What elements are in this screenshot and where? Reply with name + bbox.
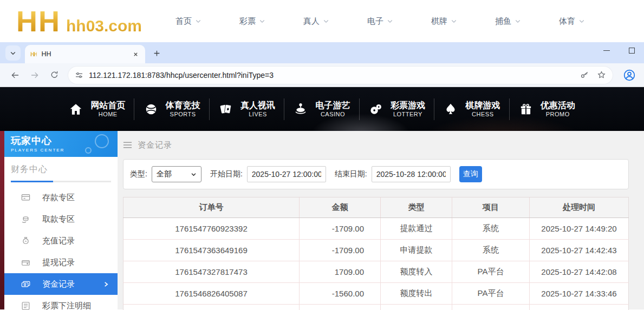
type-select-value: 全部 (157, 169, 172, 179)
column-process-time: 处理时间 (530, 197, 629, 218)
game-nav-chess[interactable]: 棋牌游戏 CHESS (434, 95, 509, 123)
plus-icon (153, 50, 160, 57)
site-nav-live[interactable]: 真人 (303, 11, 329, 32)
site-nav-chess[interactable]: 棋牌 (431, 11, 457, 32)
sidebar-item-bet-details[interactable]: 彩票下注明细 (4, 295, 118, 310)
game-nav-label-en: CHESS (472, 111, 493, 118)
minimize-icon (603, 50, 610, 51)
game-nav-promo[interactable]: 优惠活动 PROMO (510, 95, 584, 123)
game-nav-label-zh: 体育竞技 (166, 100, 200, 111)
column-order-no: 订单号 (123, 197, 300, 218)
chevron-down-icon (387, 18, 393, 24)
cell-order-no: 1761547760923392 (123, 218, 300, 240)
address-bar[interactable]: 112.121.172.181:8783/hhcp/usercenter.htm… (68, 67, 613, 84)
game-nav-sports[interactable]: 体育竞技 SPORTS (134, 95, 209, 123)
site-header: HH hh03.com 首页 彩票 真人 电子 棋牌 (0, 0, 644, 42)
sidebar: 玩家中心 PLAYERS CENTER 财务中心 存款专区 取款专区 (4, 131, 118, 309)
password-key-icon[interactable] (580, 70, 589, 80)
gift-icon (519, 102, 533, 116)
tab-favicon: HH (30, 51, 37, 57)
back-arrow-icon (10, 70, 20, 80)
tab-close-icon[interactable] (131, 50, 140, 58)
new-tab-button[interactable] (149, 46, 164, 60)
start-date-input[interactable] (247, 166, 326, 182)
forward-button[interactable] (27, 67, 43, 83)
game-nav-home[interactable]: 网站首页 HOME (60, 95, 134, 123)
game-nav-label-zh: 优惠活动 (541, 100, 575, 111)
maximize-icon (629, 48, 635, 54)
page-title: 资金记录 (138, 140, 172, 150)
sidebar-item-cashout-record[interactable]: 提现记录 (4, 252, 118, 273)
funds-table: 订单号 金额 类型 项目 处理时间 1761547760923392 -1709… (123, 197, 629, 310)
sidebar-item-label: 资金记录 (42, 279, 75, 289)
sidebar-item-funds-record[interactable]: 资金记录 (4, 273, 118, 295)
site-nav-sports[interactable]: 体育 (559, 11, 585, 32)
back-button[interactable] (7, 67, 23, 83)
minimize-button[interactable] (594, 42, 619, 58)
maximize-button[interactable] (619, 42, 644, 58)
site-info-icon[interactable] (75, 71, 83, 80)
end-date-input[interactable] (372, 166, 451, 182)
game-nav-label-en: HOME (99, 111, 118, 118)
game-nav-label-zh: 网站首页 (90, 100, 125, 111)
game-nav-label-en: CASINO (321, 111, 345, 118)
game-nav-lives[interactable]: 真人视讯 LIVES (210, 95, 284, 123)
chevron-down-icon (259, 18, 265, 24)
game-nav-label-zh: 彩票游戏 (391, 100, 425, 111)
game-nav-lottery[interactable]: 彩票游戏 LOTTERY (360, 95, 434, 123)
game-nav-label-en: LOTTERY (393, 111, 422, 118)
site-nav-fishing[interactable]: 捕鱼 (495, 11, 521, 32)
table-row: 1761547760923392 -1709.00 提款通过 系统 2025-1… (123, 218, 629, 240)
chevron-down-icon (451, 18, 457, 24)
site-nav-slots[interactable]: 电子 (367, 11, 393, 32)
tab-search-button[interactable] (5, 45, 21, 61)
lottery-balls-icon (369, 102, 383, 116)
site-logo[interactable]: HH hh03.com (16, 6, 142, 36)
players-center-header: 玩家中心 PLAYERS CENTER (4, 131, 118, 157)
screen: HH hh03.com 首页 彩票 真人 电子 棋牌 (0, 0, 644, 310)
chevron-down-icon (323, 18, 329, 24)
roulette-icon (294, 102, 308, 116)
chevron-right-icon (103, 281, 109, 287)
column-project: 项目 (452, 197, 530, 218)
logo-text: HH (16, 6, 61, 36)
cell-process-time: 2025-10-27 14:33:46 (530, 283, 629, 305)
cell-amount: -1709.00 (300, 218, 381, 240)
cell-project: PA平台 (452, 261, 530, 283)
logo-domain: hh03.com (66, 17, 142, 35)
playing-cards-icon (219, 102, 233, 116)
sidebar-item-deposit[interactable]: 存款专区 (4, 187, 118, 208)
type-select[interactable]: 全部 (152, 166, 201, 182)
spade-icon (444, 102, 458, 116)
url-text: 112.121.172.181:8783/hhcp/usercenter.htm… (89, 71, 573, 80)
sidebar-item-recharge-record[interactable]: 充值记录 (4, 230, 118, 252)
table-row-partial (123, 305, 629, 310)
end-date-label: 结束日期: (335, 169, 367, 179)
column-type: 类型 (381, 197, 452, 218)
home-icon (69, 102, 83, 116)
cell-type: 额度转入 (381, 261, 452, 283)
sidebar-item-label: 存款专区 (42, 193, 75, 203)
cell-process-time: 2025-10-27 14:49:20 (530, 218, 629, 240)
search-button[interactable]: 查询 (459, 166, 482, 182)
background-edge-strip (0, 131, 4, 309)
browser-tab[interactable]: HH HH (25, 45, 145, 63)
chevron-down-icon (578, 18, 585, 24)
reload-button[interactable] (46, 67, 62, 83)
hamburger-menu-icon[interactable] (123, 141, 132, 149)
nav-label: 棋牌 (431, 16, 447, 27)
site-nav-home[interactable]: 首页 (175, 11, 201, 32)
sidebar-item-label: 取款专区 (42, 214, 75, 225)
page-content: 玩家中心 PLAYERS CENTER 财务中心 存款专区 取款专区 (0, 131, 644, 309)
game-nav-label-en: SPORTS (170, 111, 196, 118)
game-nav-casino[interactable]: 电子游艺 CASINO (284, 95, 359, 123)
filter-panel: 类型: 全部 开始日期: 结束日期: 查询 (123, 159, 629, 189)
browser-tab-strip: HH HH (0, 42, 644, 63)
bookmark-star-icon[interactable] (597, 70, 606, 80)
window-controls (594, 42, 644, 58)
cell-type: 额度转出 (381, 283, 452, 305)
cell-order-no: 1761547327817473 (123, 261, 300, 283)
profile-button[interactable] (620, 66, 639, 84)
sidebar-item-withdraw[interactable]: 取款专区 (4, 208, 118, 230)
site-nav-lottery[interactable]: 彩票 (239, 11, 265, 32)
